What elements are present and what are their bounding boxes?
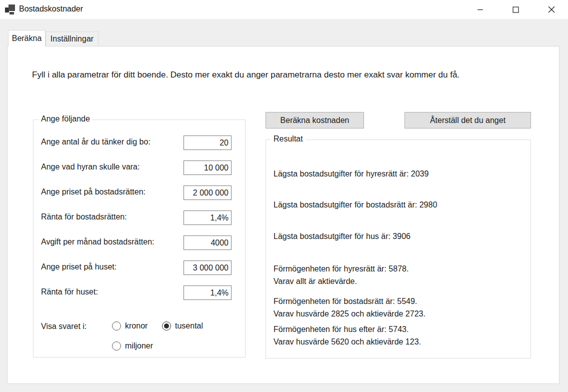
field-row-apartment-fee: Avgift per månad bostadsrätten: bbox=[34, 236, 245, 250]
house-interest-input[interactable] bbox=[184, 286, 232, 300]
result-line-bostadsratt: Lägsta bostadsutgifter för bostadsrätt ä… bbox=[274, 200, 437, 210]
years-label: Ange antal år du tänker dig bo: bbox=[41, 138, 150, 146]
tab-berakna[interactable]: Beräkna bbox=[8, 30, 46, 46]
wealth-detail-line: Varav husvärde 5620 och aktievärde 123. bbox=[274, 336, 421, 348]
input-group-title: Ange följande bbox=[38, 114, 92, 124]
wealth-detail-line: Varav husvärde 2825 och aktievärde 2723. bbox=[274, 308, 426, 320]
field-row-apartment-interest: Ränta för bostadsrätten: bbox=[34, 210, 245, 225]
field-row-house-price: Ange priset på huset: bbox=[34, 260, 245, 275]
apartment-price-input[interactable] bbox=[184, 186, 232, 200]
calculate-button[interactable]: Beräkna kostnaden bbox=[266, 112, 364, 128]
minimize-button[interactable] bbox=[468, 0, 492, 19]
result-block-formogenhet-hus: Förmögenheten för hus efter är: 5743. Va… bbox=[274, 323, 421, 348]
result-block-formogenhet-bostadsratt: Förmögenheten för bostadsrätt är: 5549. … bbox=[274, 295, 426, 320]
house-price-label: Ange priset på huset: bbox=[41, 262, 116, 272]
field-row-house-interest: Ränta för huset: bbox=[34, 286, 245, 300]
radio-label-tusental[interactable]: tusental bbox=[175, 322, 203, 330]
radio-option-tusental[interactable]: tusental bbox=[162, 321, 203, 331]
house-interest-label: Ränta för huset: bbox=[41, 288, 98, 296]
rent-label: Ange vad hyran skulle vara: bbox=[41, 162, 140, 172]
result-group-title: Resultat bbox=[271, 134, 306, 144]
result-line-hyresratt: Lägsta bostadsutgifter för hyresrätt är:… bbox=[274, 170, 428, 178]
result-block-formogenhet-hyresratt: Förmögenheten för hyresrätt är: 5878. Va… bbox=[274, 262, 408, 288]
apartment-fee-label: Avgift per månad bostadsrätten: bbox=[41, 238, 154, 246]
maximize-button[interactable] bbox=[504, 0, 527, 19]
tab-installningar[interactable]: Inställningar bbox=[46, 32, 98, 46]
apartment-interest-label: Ränta för bostadsrätten: bbox=[41, 212, 127, 222]
apartment-price-label: Ange priset på bostadsrätten: bbox=[41, 188, 146, 196]
wealth-line: Förmögenheten för hus efter är: 5743. bbox=[274, 323, 421, 336]
result-groupbox: Resultat Lägsta bostadsutgifter för hyre… bbox=[266, 140, 531, 358]
result-line-hus: Lägsta bostadsutgifter för hus är: 3906 bbox=[274, 232, 410, 241]
input-groupbox: Ange följande Ange antal år du tänker di… bbox=[33, 120, 246, 358]
radio-option-miljoner[interactable]: miljoner bbox=[112, 341, 153, 351]
field-row-years: Ange antal år du tänker dig bo: bbox=[34, 136, 245, 150]
wealth-line: Förmögenheten för hyresrätt är: 5878. bbox=[274, 262, 408, 275]
close-button[interactable] bbox=[540, 0, 563, 19]
radio-circle-kronor[interactable] bbox=[112, 322, 121, 330]
intro-text: Fyll i alla parametrar för ditt boende. … bbox=[32, 70, 460, 80]
radio-label-miljoner[interactable]: miljoner bbox=[125, 342, 153, 350]
tab-page-berakna: Fyll i alla parametrar för ditt boende. … bbox=[7, 46, 560, 384]
radio-label-kronor[interactable]: kronor bbox=[125, 322, 148, 330]
minimize-icon bbox=[477, 6, 484, 13]
field-row-apartment-price: Ange priset på bostadsrätten: bbox=[34, 186, 245, 200]
maximize-icon bbox=[512, 6, 519, 13]
wealth-line: Förmögenheten för bostadsrätt är: 5549. bbox=[274, 295, 426, 308]
radio-circle-tusental[interactable] bbox=[162, 322, 171, 330]
years-input[interactable] bbox=[184, 136, 232, 150]
apartment-fee-input[interactable] bbox=[184, 236, 232, 250]
close-icon bbox=[548, 6, 555, 13]
radio-option-kronor[interactable]: kronor bbox=[112, 321, 148, 331]
rent-input[interactable] bbox=[184, 160, 232, 175]
display-unit-label: Visa svaret i: bbox=[41, 322, 86, 331]
field-row-rent: Ange vad hyran skulle vara: bbox=[34, 160, 245, 175]
titlebar: Bostadskostnader bbox=[0, 0, 568, 19]
apartment-interest-input[interactable] bbox=[184, 210, 232, 225]
wealth-detail-line: Varav allt är aktievärde. bbox=[274, 275, 408, 288]
house-price-input[interactable] bbox=[184, 260, 232, 275]
app-icon bbox=[5, 4, 16, 15]
reset-button[interactable]: Återställ det du anget bbox=[404, 112, 531, 128]
radio-circle-miljoner[interactable] bbox=[112, 342, 121, 350]
window-title: Bostadskostnader bbox=[19, 4, 83, 14]
